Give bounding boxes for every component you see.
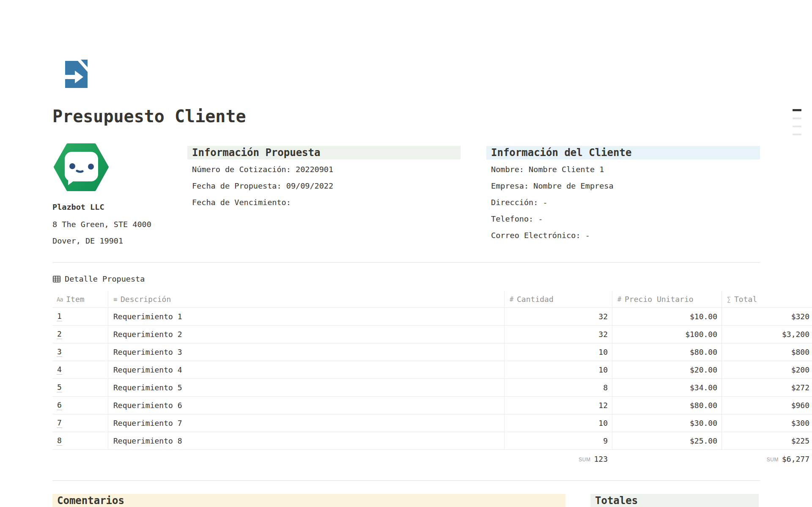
client-info-column: Información del Cliente Nombre: Nombre C…: [486, 146, 760, 244]
total-cell: $225: [721, 432, 812, 449]
page-title: Presupuesto Cliente: [52, 107, 812, 125]
description-cell[interactable]: Requerimiento 8: [108, 432, 504, 449]
quantity-cell[interactable]: 12: [504, 397, 612, 414]
company-address: 8 The Green, STE 4000 Dover, DE 19901: [52, 217, 187, 249]
table-row[interactable]: 7 Requerimiento 7 10 $30.00 $300: [52, 414, 812, 432]
table-row[interactable]: 6 Requerimiento 6 12 $80.00 $960: [52, 397, 812, 414]
quantity-cell[interactable]: 32: [504, 308, 612, 325]
totals-heading: Totales: [590, 494, 759, 507]
table-row[interactable]: 5 Requerimiento 5 8 $34.00 $272: [52, 379, 812, 397]
client-name[interactable]: Nombre: Nombre Cliente 1: [491, 161, 760, 178]
info-section: Plazbot LLC 8 The Green, STE 4000 Dover,…: [52, 146, 812, 249]
bottom-section: Comentarios Los precios detallados no in…: [52, 494, 812, 507]
description-cell[interactable]: Requerimiento 3: [108, 343, 504, 361]
number-type-icon: #: [510, 296, 513, 303]
column-header-descripcion[interactable]: ≡ Descripción: [108, 291, 504, 307]
table-section-label: Detalle Propuesta: [65, 274, 145, 284]
table-row[interactable]: 2 Requerimiento 2 32 $100.00 $3,200: [52, 326, 812, 343]
toc-item[interactable]: [793, 134, 801, 135]
quantity-cell[interactable]: 32: [504, 326, 612, 343]
quantity-sum[interactable]: SUM 123: [504, 455, 612, 463]
item-cell[interactable]: 3: [57, 347, 62, 357]
unit-price-cell[interactable]: $34.00: [612, 379, 721, 396]
proposal-info-column: Información Propuesta Número de Cotizaci…: [187, 146, 461, 211]
unit-price-cell[interactable]: $80.00: [612, 343, 721, 361]
toc-item[interactable]: [793, 118, 801, 119]
total-cell: $960: [721, 397, 812, 414]
client-phone[interactable]: Telefono: -: [491, 211, 760, 227]
description-cell[interactable]: Requerimiento 5: [108, 379, 504, 396]
client-company[interactable]: Empresa: Nombre de Empresa: [491, 178, 760, 194]
unit-price-cell[interactable]: $100.00: [612, 326, 721, 343]
client-address[interactable]: Dirección: -: [491, 194, 760, 211]
sum-label: SUM: [579, 455, 590, 463]
quantity-cell[interactable]: 10: [504, 414, 612, 432]
table-header-row: Aa Item ≡ Descripción # Cantidad # Preci…: [52, 291, 812, 308]
column-label: Precio Unitario: [625, 295, 694, 304]
item-cell[interactable]: 2: [57, 329, 62, 339]
unit-price-cell[interactable]: $10.00: [612, 308, 721, 325]
proposal-date[interactable]: Fecha de Propuesta: 09/09/2022: [192, 178, 461, 194]
unit-price-cell[interactable]: $30.00: [612, 414, 721, 432]
column-header-total[interactable]: ∑ Total: [721, 291, 812, 307]
item-cell[interactable]: 4: [57, 365, 62, 375]
quantity-cell[interactable]: 9: [504, 432, 612, 449]
item-cell[interactable]: 5: [57, 383, 62, 392]
client-info-heading: Información del Cliente: [486, 146, 760, 159]
total-cell: $300: [721, 414, 812, 432]
quantity-sum-value: 123: [594, 455, 608, 463]
description-cell[interactable]: Requerimiento 6: [108, 397, 504, 414]
text-type-icon: Aa: [57, 296, 63, 303]
plazbot-logo: [54, 143, 109, 192]
table-of-contents-widget[interactable]: [793, 109, 801, 142]
description-cell[interactable]: Requerimiento 4: [108, 361, 504, 378]
column-label: Descripción: [121, 295, 171, 304]
item-cell[interactable]: 7: [57, 418, 62, 428]
total-sum-value: $6,277: [782, 455, 809, 463]
table-summary-row: SUM 123 SUM $6,277: [52, 450, 812, 468]
notion-page: Presupuesto Cliente: [0, 0, 812, 507]
column-header-cantidad[interactable]: # Cantidad: [504, 291, 612, 307]
total-cell: $200: [721, 361, 812, 378]
proposal-info-heading: Información Propuesta: [187, 146, 461, 159]
column-label: Total: [734, 295, 757, 304]
item-cell[interactable]: 8: [57, 436, 62, 446]
unit-price-cell[interactable]: $80.00: [612, 397, 721, 414]
sum-label: SUM: [767, 455, 779, 463]
company-address-line1: 8 The Green, STE 4000: [52, 217, 187, 233]
number-type-icon: #: [617, 296, 621, 303]
item-cell[interactable]: 6: [57, 400, 62, 410]
column-header-item[interactable]: Aa Item: [52, 291, 108, 307]
table-row[interactable]: 1 Requerimiento 1 32 $10.00 $320: [52, 308, 812, 326]
company-column: Plazbot LLC 8 The Green, STE 4000 Dover,…: [52, 146, 187, 249]
table-row[interactable]: 8 Requerimiento 8 9 $25.00 $225: [52, 432, 812, 450]
divider: [52, 480, 760, 481]
proposal-expiry[interactable]: Fecha de Vencimiento:: [192, 194, 461, 211]
file-export-icon[interactable]: [62, 60, 88, 88]
total-cell: $320: [721, 308, 812, 325]
column-label: Item: [66, 295, 84, 304]
description-cell[interactable]: Requerimiento 2: [108, 326, 504, 343]
quantity-cell[interactable]: 10: [504, 361, 612, 378]
table-section-title[interactable]: Detalle Propuesta: [52, 274, 812, 284]
table-row[interactable]: 3 Requerimiento 3 10 $80.00 $800: [52, 343, 812, 361]
toc-item[interactable]: [793, 126, 801, 127]
item-cell[interactable]: 1: [57, 312, 62, 321]
proposal-quote-number[interactable]: Número de Cotización: 20220901: [192, 161, 461, 178]
description-cell[interactable]: Requerimiento 7: [108, 414, 504, 432]
quantity-cell[interactable]: 8: [504, 379, 612, 396]
table-row[interactable]: 4 Requerimiento 4 10 $20.00 $200: [52, 361, 812, 379]
unit-price-cell[interactable]: $20.00: [612, 361, 721, 378]
sum-formula-icon: ∑: [727, 296, 731, 303]
table-icon: [52, 275, 61, 283]
column-header-precio-unitario[interactable]: # Precio Unitario: [612, 291, 721, 307]
total-cell: $272: [721, 379, 812, 396]
total-sum[interactable]: SUM $6,277: [721, 455, 812, 463]
quantity-cell[interactable]: 10: [504, 343, 612, 361]
client-email[interactable]: Correo Electrónico: -: [491, 227, 760, 244]
description-cell[interactable]: Requerimiento 1: [108, 308, 504, 325]
unit-price-cell[interactable]: $25.00: [612, 432, 721, 449]
company-address-line2: Dover, DE 19901: [52, 233, 187, 249]
toc-item-active[interactable]: [793, 109, 801, 111]
company-name: Plazbot LLC: [52, 203, 187, 211]
